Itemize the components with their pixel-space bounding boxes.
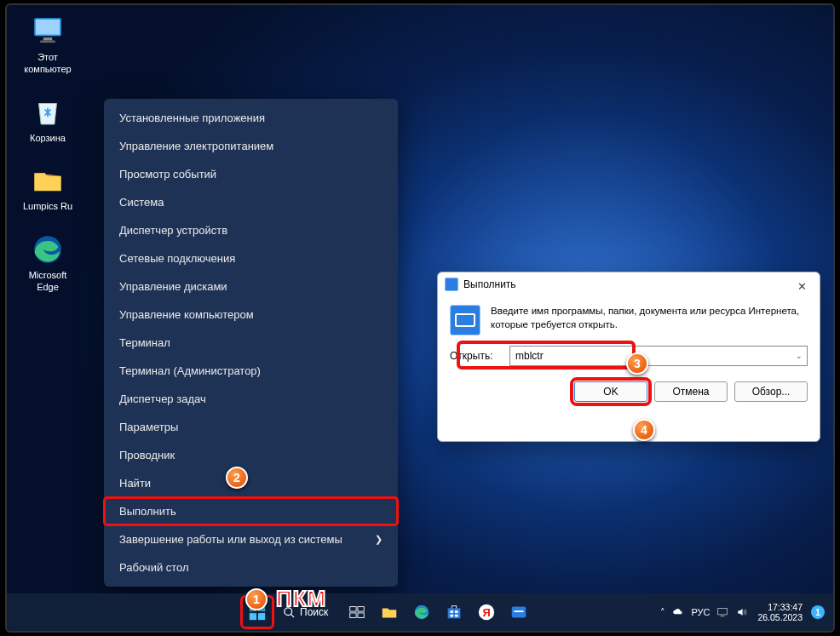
svg-rect-3 [40, 41, 55, 43]
cancel-button[interactable]: Отмена [654, 381, 728, 402]
annotation-text-pkm: ПКМ [276, 586, 326, 612]
icon-label: Корзина [30, 133, 66, 145]
ctx-shutdown[interactable]: Завершение работы или выход из системы❯ [104, 525, 398, 553]
ctx-settings[interactable]: Параметры [104, 413, 398, 441]
clock-date: 26.05.2023 [757, 612, 803, 622]
run-description: Введите имя программы, папки, документа … [491, 305, 808, 335]
start-context-menu: Установленные приложения Управление элек… [104, 99, 398, 587]
ctx-desktop[interactable]: Рабочий стол [104, 553, 398, 582]
svg-text:Я: Я [483, 606, 491, 619]
task-view-button[interactable] [342, 597, 372, 627]
svg-rect-11 [350, 607, 356, 612]
clock-time: 17:33:47 [757, 602, 803, 612]
app-taskbar-icon[interactable] [503, 597, 534, 627]
svg-rect-24 [515, 610, 524, 612]
edge-taskbar-icon[interactable] [406, 597, 437, 627]
close-button[interactable]: ✕ [791, 278, 813, 295]
svg-rect-20 [455, 615, 458, 617]
svg-rect-17 [451, 610, 454, 613]
run-app-icon [445, 278, 458, 291]
ctx-terminal-admin[interactable]: Терминал (Администратор) [104, 357, 398, 385]
cloud-icon[interactable] [672, 606, 684, 618]
svg-rect-16 [448, 608, 461, 618]
ctx-power-mgmt[interactable]: Управление электропитанием [104, 132, 398, 160]
taskbar-clock[interactable]: 17:33:47 26.05.2023 [757, 602, 803, 622]
system-tray[interactable]: ˄ РУС [660, 606, 749, 618]
annotation-badge-2: 2 [226, 467, 248, 489]
icon-label: Microsoft Edge [29, 270, 67, 294]
desktop-icon-folder[interactable]: Lumpics Ru [14, 163, 82, 213]
open-label: Открыть: [450, 350, 501, 362]
chevron-up-icon[interactable]: ˄ [660, 607, 665, 618]
desktop-icon-this-pc[interactable]: Этот компьютер [14, 14, 82, 76]
svg-rect-1 [36, 20, 60, 35]
ctx-event-viewer[interactable]: Просмотр событий [104, 160, 398, 188]
run-big-icon [450, 305, 480, 335]
volume-icon[interactable] [735, 606, 749, 618]
svg-rect-25 [718, 608, 728, 615]
desktop-icon-recycle[interactable]: Корзина [14, 95, 82, 145]
run-title-text: Выполнить [463, 278, 516, 290]
icon-label: Lumpics Ru [23, 201, 72, 213]
annotation-badge-3: 3 [626, 352, 648, 375]
ctx-installed-apps[interactable]: Установленные приложения [104, 104, 398, 132]
ctx-terminal[interactable]: Терминал [104, 329, 398, 357]
icon-label: Этот компьютер [24, 52, 71, 76]
ctx-task-mgr[interactable]: Диспетчер задач [104, 385, 398, 413]
annotation-badge-1: 1 [245, 588, 268, 610]
ctx-find[interactable]: Найти [104, 469, 398, 497]
ctx-device-mgr[interactable]: Диспетчер устройств [104, 216, 398, 244]
run-titlebar[interactable]: Выполнить [438, 272, 820, 296]
desktop-icon-edge[interactable]: Microsoft Edge [14, 232, 82, 294]
language-indicator[interactable]: РУС [691, 607, 710, 617]
svg-rect-14 [358, 613, 364, 618]
svg-rect-18 [455, 610, 458, 613]
svg-rect-2 [43, 37, 53, 41]
monitor-icon [30, 14, 66, 49]
desktop-screen: Этот компьютер Корзина Lumpics Ru Micros… [5, 3, 835, 633]
ctx-explorer[interactable]: Проводник [104, 441, 398, 469]
run-input[interactable] [509, 346, 808, 366]
explorer-taskbar-icon[interactable] [374, 597, 405, 627]
chevron-right-icon: ❯ [375, 534, 383, 545]
store-taskbar-icon[interactable] [439, 597, 469, 627]
folder-icon [30, 163, 66, 198]
ok-button[interactable]: OK [574, 381, 647, 402]
ctx-network[interactable]: Сетевые подключения [104, 244, 398, 272]
svg-line-10 [291, 614, 294, 617]
annotation-badge-4: 4 [633, 419, 655, 441]
recycle-bin-icon [30, 95, 66, 130]
ctx-disk-mgmt[interactable]: Управление дисками [104, 272, 398, 301]
network-icon[interactable] [716, 606, 728, 618]
svg-rect-7 [250, 613, 256, 620]
svg-rect-12 [358, 607, 364, 612]
edge-icon [30, 232, 66, 267]
svg-rect-8 [258, 613, 265, 620]
ctx-computer-mgmt[interactable]: Управление компьютером [104, 301, 398, 329]
notification-badge[interactable]: 1 [811, 605, 825, 619]
browse-button[interactable]: Обзор... [734, 381, 808, 402]
ctx-system[interactable]: Система [104, 188, 398, 216]
taskbar: Поиск Я ˄ РУС 17:33:47 26.05.2023 1 [7, 593, 833, 631]
desktop-icons-column: Этот компьютер Корзина Lumpics Ru Micros… [14, 14, 82, 312]
svg-rect-19 [451, 615, 454, 617]
svg-rect-13 [350, 613, 356, 618]
ctx-run[interactable]: Выполнить [104, 497, 398, 525]
yandex-taskbar-icon[interactable]: Я [471, 597, 502, 627]
